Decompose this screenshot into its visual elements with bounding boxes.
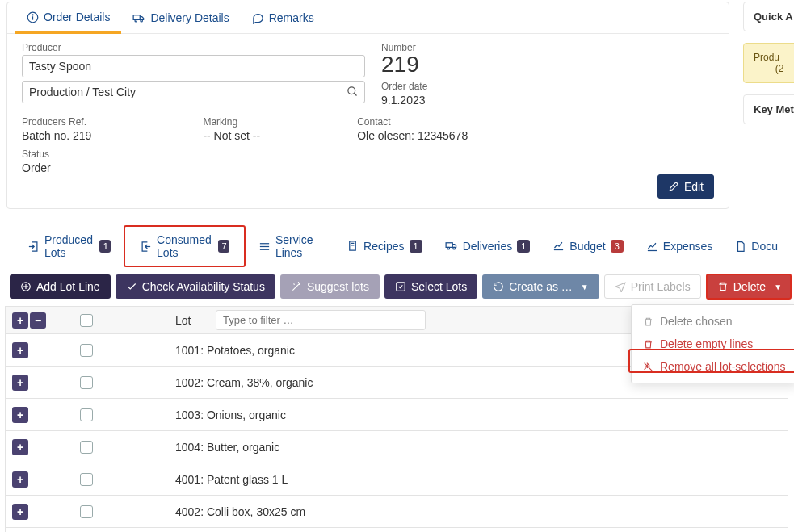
row-checkbox[interactable]	[80, 408, 93, 421]
suggest-lots-button[interactable]: Suggest lots	[280, 274, 380, 299]
check-icon	[126, 281, 137, 292]
plus-circle-icon	[20, 281, 32, 292]
tab-consumed-lots[interactable]: Consumed Lots 7	[124, 225, 246, 267]
select-all-checkbox[interactable]	[80, 314, 93, 327]
expand-row-button[interactable]: +	[12, 439, 28, 455]
in-icon	[140, 241, 152, 253]
tab-label: Service Lines	[275, 233, 324, 259]
list-icon	[258, 241, 271, 253]
tab-budget[interactable]: Budget 3	[543, 233, 633, 259]
filter-input[interactable]	[216, 310, 426, 330]
right-column: Quick A Produ (2 Key Met	[743, 2, 794, 136]
row-checkbox[interactable]	[80, 473, 93, 486]
row-checkbox[interactable]	[80, 505, 93, 518]
svg-point-2	[32, 14, 33, 15]
label-producers-ref: Producers Ref.	[22, 116, 91, 128]
collapse-all-button[interactable]: −	[30, 312, 46, 329]
tab-recipes[interactable]: Recipes 1	[337, 233, 432, 259]
button-label: Add Lot Line	[36, 280, 100, 293]
dropdown-label: Delete empty lines	[660, 337, 753, 350]
tab-produced-lots[interactable]: Produced Lots 1	[18, 227, 120, 266]
tab-label: Expenses	[663, 240, 712, 253]
expand-all-button[interactable]: +	[12, 312, 28, 329]
svg-point-5	[141, 19, 143, 22]
document-icon	[735, 241, 746, 253]
label-marking: Marking	[203, 116, 260, 128]
create-as-button[interactable]: Create as … ▼	[482, 274, 599, 299]
tab-label: Produced Lots	[44, 233, 95, 259]
dropdown-label: Delete chosen	[660, 315, 733, 328]
svg-rect-3	[134, 15, 141, 19]
lot-cell: 1004: Butter, organic	[175, 441, 279, 454]
status-value: Order	[22, 161, 51, 174]
top-tabs: Order Details Delivery Details Remarks	[7, 2, 729, 34]
lot-cell: 1001: Potatoes, organic	[175, 344, 295, 357]
order-number: 219	[381, 53, 427, 76]
table-row[interactable]: +4004: Label, potato soup 900 ml EN	[5, 528, 788, 532]
tab-service-lines[interactable]: Service Lines	[249, 227, 334, 266]
edit-label: Edit	[684, 180, 704, 193]
svg-point-13	[453, 248, 456, 250]
svg-rect-11	[446, 243, 452, 248]
location-input[interactable]	[22, 81, 365, 103]
table-row[interactable]: +1004: Butter, organic	[5, 431, 788, 463]
table-row[interactable]: +4001: Patent glass 1 L	[5, 463, 788, 496]
add-lot-line-button[interactable]: Add Lot Line	[10, 274, 111, 299]
button-label: Select Lots	[411, 280, 467, 293]
expand-row-button[interactable]: +	[12, 375, 28, 391]
svg-rect-17	[397, 283, 405, 291]
row-checkbox[interactable]	[80, 344, 93, 357]
table-row[interactable]: +1003: Onions, organic	[5, 399, 788, 431]
lot-cell: 1002: Cream, 38%, organic	[175, 376, 313, 389]
table-row[interactable]: +4002: Colli box, 30x25 cm	[5, 496, 788, 528]
lots-toolbar: Add Lot Line Check Availability Status S…	[0, 267, 794, 306]
producer-alert-line1: Produ	[754, 52, 794, 63]
column-lot: Lot	[175, 314, 208, 327]
tab-documents[interactable]: Docu	[725, 233, 788, 259]
tab-deliveries[interactable]: Deliveries 1	[435, 233, 540, 259]
tab-badge: 1	[410, 240, 422, 253]
tab-remarks[interactable]: Remarks	[241, 2, 326, 33]
key-metrics-title: Key Met	[754, 103, 794, 115]
chart-icon	[552, 240, 565, 252]
producers-ref-value: Batch no. 219	[22, 129, 91, 142]
button-label: Delete	[733, 280, 766, 293]
producer-input[interactable]	[22, 55, 365, 77]
svg-point-12	[447, 248, 450, 250]
svg-point-4	[135, 19, 137, 22]
delete-button[interactable]: Delete ▼	[706, 274, 792, 300]
quick-actions-title: Quick A	[754, 10, 794, 23]
svg-line-7	[354, 93, 356, 95]
dropdown-delete-chosen[interactable]: Delete chosen	[632, 310, 794, 333]
comment-icon	[252, 12, 264, 24]
key-metrics-card: Key Met	[743, 94, 794, 124]
dropdown-remove-all[interactable]: Remove all lot-selections	[632, 355, 794, 378]
print-labels-button[interactable]: Print Labels	[604, 274, 701, 299]
tab-expenses[interactable]: Expenses	[636, 233, 722, 259]
info-icon	[27, 11, 39, 23]
row-checkbox[interactable]	[80, 376, 93, 389]
expand-row-button[interactable]: +	[12, 471, 28, 488]
tab-badge: 1	[99, 240, 111, 253]
edit-button[interactable]: Edit	[657, 174, 714, 199]
unpin-icon	[643, 362, 653, 372]
check-availability-button[interactable]: Check Availability Status	[116, 274, 275, 299]
tab-label: Order Details	[44, 10, 110, 23]
expand-row-button[interactable]: +	[12, 504, 28, 520]
dropdown-delete-empty[interactable]: Delete empty lines	[632, 333, 794, 355]
tab-label: Deliveries	[463, 240, 512, 253]
order-date-value: 9.1.2023	[381, 94, 427, 107]
chart-icon	[646, 241, 658, 253]
row-checkbox[interactable]	[80, 441, 93, 454]
select-lots-button[interactable]: Select Lots	[384, 274, 477, 299]
expand-row-button[interactable]: +	[12, 342, 28, 358]
select-icon	[395, 281, 406, 292]
tab-order-details[interactable]: Order Details	[15, 2, 121, 34]
label-producer: Producer	[22, 42, 365, 53]
search-icon[interactable]	[347, 86, 359, 98]
edit-icon	[668, 181, 679, 192]
section-tabs: Produced Lots 1 Consumed Lots 7 Service …	[0, 209, 794, 267]
button-label: Suggest lots	[307, 280, 369, 293]
tab-delivery-details[interactable]: Delivery Details	[121, 2, 240, 33]
expand-row-button[interactable]: +	[12, 407, 28, 423]
